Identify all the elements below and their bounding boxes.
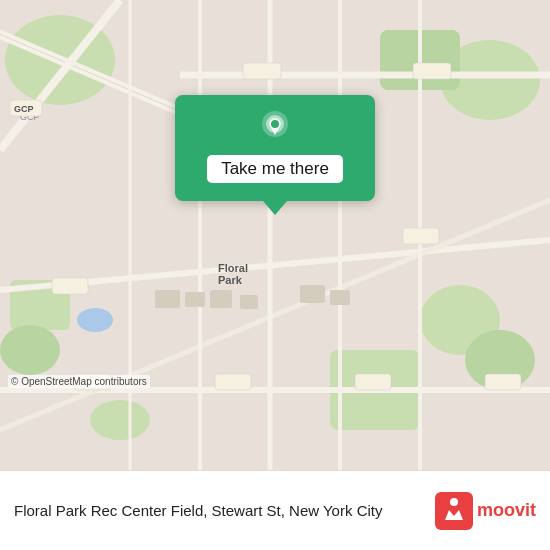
location-title-area: Floral Park Rec Center Field, Stewart St… xyxy=(14,501,435,521)
svg-point-54 xyxy=(271,120,279,128)
svg-text:Floral: Floral xyxy=(218,262,248,274)
svg-point-9 xyxy=(90,400,150,440)
svg-rect-45 xyxy=(155,290,180,308)
svg-rect-34 xyxy=(215,374,251,390)
moovit-brand-label: moovit xyxy=(477,500,536,521)
location-popup[interactable]: Take me there xyxy=(175,95,375,201)
svg-point-56 xyxy=(450,498,458,506)
map-background: NY 25B NY 25B NY 25 NY 25 NY 24 NY 24 NY… xyxy=(0,0,550,470)
moovit-brand-icon xyxy=(435,492,473,530)
svg-rect-39 xyxy=(52,278,88,294)
svg-rect-40 xyxy=(403,228,439,244)
svg-rect-38 xyxy=(413,63,451,79)
svg-rect-46 xyxy=(185,292,205,307)
svg-text:GCP: GCP xyxy=(14,104,34,114)
svg-point-7 xyxy=(0,325,60,375)
svg-rect-36 xyxy=(485,374,521,390)
bottom-info-bar: Floral Park Rec Center Field, Stewart St… xyxy=(0,470,550,550)
moovit-logo: moovit xyxy=(435,492,536,530)
location-title: Floral Park Rec Center Field, Stewart St… xyxy=(14,501,435,521)
svg-rect-35 xyxy=(355,374,391,390)
svg-rect-47 xyxy=(210,290,232,308)
svg-rect-49 xyxy=(300,285,325,303)
map-view: NY 25B NY 25B NY 25 NY 25 NY 24 NY 24 NY… xyxy=(0,0,550,470)
svg-point-10 xyxy=(77,308,113,332)
svg-rect-55 xyxy=(435,492,473,530)
svg-rect-37 xyxy=(243,63,281,79)
location-pin-icon xyxy=(257,109,293,145)
take-me-there-button[interactable]: Take me there xyxy=(207,155,343,183)
svg-rect-48 xyxy=(240,295,258,309)
svg-rect-50 xyxy=(330,290,350,305)
svg-text:Park: Park xyxy=(218,274,243,286)
map-credit: © OpenStreetMap contributors xyxy=(8,375,150,388)
